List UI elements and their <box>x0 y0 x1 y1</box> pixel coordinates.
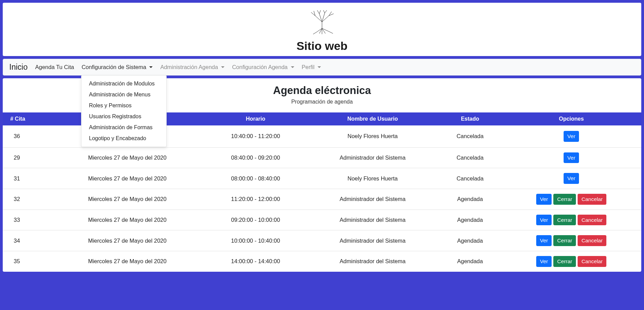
cell-horario: 09:20:00 - 10:00:00 <box>205 210 307 230</box>
cell-opciones: Ver <box>501 147 641 168</box>
cell-usuario: Noely Flores Huerta <box>307 168 439 189</box>
cell-usuario: Administrador del Sistema <box>307 147 439 168</box>
table-row: 29Miercoles 27 de Mayo del 202008:40:00 … <box>3 147 641 168</box>
cell-fecha: Miercoles 27 de Mayo del 2020 <box>50 230 205 251</box>
chevron-down-icon <box>318 66 321 68</box>
cell-horario: 08:00:00 - 08:40:00 <box>205 168 307 189</box>
dropdown-item-0[interactable]: Administración de Modulos <box>81 78 166 89</box>
cell-fecha: Miercoles 27 de Mayo del 2020 <box>50 147 205 168</box>
nav-link-label: Perfil <box>302 64 315 70</box>
site-title: Sitio web <box>6 39 638 53</box>
cell-horario: 10:00:00 - 10:40:00 <box>205 230 307 251</box>
cell-estado: Agendada <box>439 251 501 272</box>
cell-estado: Cancelada <box>439 125 501 147</box>
nav-link-label: Administración Agenda <box>160 64 218 70</box>
ver-button[interactable]: Ver <box>536 235 552 246</box>
cell-opciones: VerCerrarCancelar <box>501 230 641 251</box>
cell-estado: Agendada <box>439 210 501 230</box>
table-header: Horario <box>205 112 307 125</box>
cell-fecha: Miercoles 27 de Mayo del 2020 <box>50 251 205 272</box>
cell-id: 29 <box>3 147 50 168</box>
cell-id: 32 <box>3 189 50 210</box>
cell-estado: Agendada <box>439 230 501 251</box>
dropdown-item-5[interactable]: Logotipo y Encabezado <box>81 133 166 144</box>
site-logo <box>6 10 638 37</box>
cell-horario: 14:00:00 - 14:40:00 <box>205 251 307 272</box>
cell-usuario: Noely Flores Huerta <box>307 125 439 147</box>
header-panel: Sitio web <box>3 3 641 56</box>
ver-button[interactable]: Ver <box>536 215 552 226</box>
table-header: Opciones <box>501 112 641 125</box>
ver-button[interactable]: Ver <box>564 152 579 163</box>
nav-link-3[interactable]: Configuración Agenda <box>232 64 294 70</box>
chevron-down-icon <box>221 66 224 68</box>
cell-id: 33 <box>3 210 50 230</box>
nav-link-label: Configuración de Sistema <box>81 64 146 70</box>
table-row: 32Miercoles 27 de Mayo del 202011:20:00 … <box>3 189 641 210</box>
nav-link-label: Configuración Agenda <box>232 64 287 70</box>
nav-link-2[interactable]: Administración Agenda <box>160 64 224 70</box>
nav-link-1[interactable]: Configuración de Sistema <box>81 64 153 70</box>
nav-link-label: Agenda Tu Cita <box>35 64 74 70</box>
cell-estado: Cancelada <box>439 147 501 168</box>
cell-opciones: VerCerrarCancelar <box>501 210 641 230</box>
table-header: Nombre de Usuario <box>307 112 439 125</box>
cell-horario: 10:40:00 - 11:20:00 <box>205 125 307 147</box>
cell-usuario: Administrador del Sistema <box>307 251 439 272</box>
cell-usuario: Administrador del Sistema <box>307 210 439 230</box>
ver-button[interactable]: Ver <box>564 173 579 184</box>
nav-link-4[interactable]: Perfil <box>302 64 321 70</box>
dropdown-item-4[interactable]: Administración de Formas <box>81 122 166 133</box>
table-row: 35Miercoles 27 de Mayo del 202014:00:00 … <box>3 251 641 272</box>
cell-estado: Agendada <box>439 189 501 210</box>
chevron-down-icon <box>291 66 294 68</box>
cell-opciones: Ver <box>501 125 641 147</box>
cell-usuario: Administrador del Sistema <box>307 189 439 210</box>
dropdown-item-2[interactable]: Roles y Permisos <box>81 100 166 111</box>
dropdown-item-1[interactable]: Administración de Menus <box>81 89 166 100</box>
cerrar-button[interactable]: Cerrar <box>553 256 576 267</box>
navbar-brand[interactable]: Inicio <box>9 63 28 72</box>
table-row: 34Miercoles 27 de Mayo del 202010:00:00 … <box>3 230 641 251</box>
dropdown-menu-config-sistema: Administración de ModulosAdministración … <box>81 75 167 147</box>
cell-opciones: VerCerrarCancelar <box>501 251 641 272</box>
table-row: 33Miercoles 27 de Mayo del 202009:20:00 … <box>3 210 641 230</box>
table-header: Estado <box>439 112 501 125</box>
cell-horario: 11:20:00 - 12:00:00 <box>205 189 307 210</box>
ver-button[interactable]: Ver <box>536 256 552 267</box>
table-row: 31Miercoles 27 de Mayo del 202008:00:00 … <box>3 168 641 189</box>
cell-fecha: Miercoles 27 de Mayo del 2020 <box>50 168 205 189</box>
chevron-down-icon <box>149 66 153 68</box>
cell-id: 31 <box>3 168 50 189</box>
cell-id: 34 <box>3 230 50 251</box>
cerrar-button[interactable]: Cerrar <box>553 194 576 205</box>
ver-button[interactable]: Ver <box>536 194 552 205</box>
cancelar-button[interactable]: Cancelar <box>578 256 606 267</box>
cell-horario: 08:40:00 - 09:20:00 <box>205 147 307 168</box>
cell-opciones: VerCerrarCancelar <box>501 189 641 210</box>
cancelar-button[interactable]: Cancelar <box>578 194 606 205</box>
nav-link-0[interactable]: Agenda Tu Cita <box>35 64 74 70</box>
dropdown-item-3[interactable]: Usuarios Registrados <box>81 111 166 122</box>
cancelar-button[interactable]: Cancelar <box>578 215 606 226</box>
cell-id: 35 <box>3 251 50 272</box>
cell-fecha: Miercoles 27 de Mayo del 2020 <box>50 210 205 230</box>
cell-usuario: Administrador del Sistema <box>307 230 439 251</box>
ver-button[interactable]: Ver <box>564 131 579 142</box>
table-header: # Cita <box>3 112 50 125</box>
cell-opciones: Ver <box>501 168 641 189</box>
navbar: Inicio Agenda Tu CitaConfiguración de Si… <box>3 59 641 76</box>
cell-id: 36 <box>3 125 50 147</box>
cell-fecha: Miercoles 27 de Mayo del 2020 <box>50 189 205 210</box>
cell-estado: Cancelada <box>439 168 501 189</box>
cerrar-button[interactable]: Cerrar <box>553 215 576 226</box>
cerrar-button[interactable]: Cerrar <box>553 235 576 246</box>
cancelar-button[interactable]: Cancelar <box>578 235 606 246</box>
